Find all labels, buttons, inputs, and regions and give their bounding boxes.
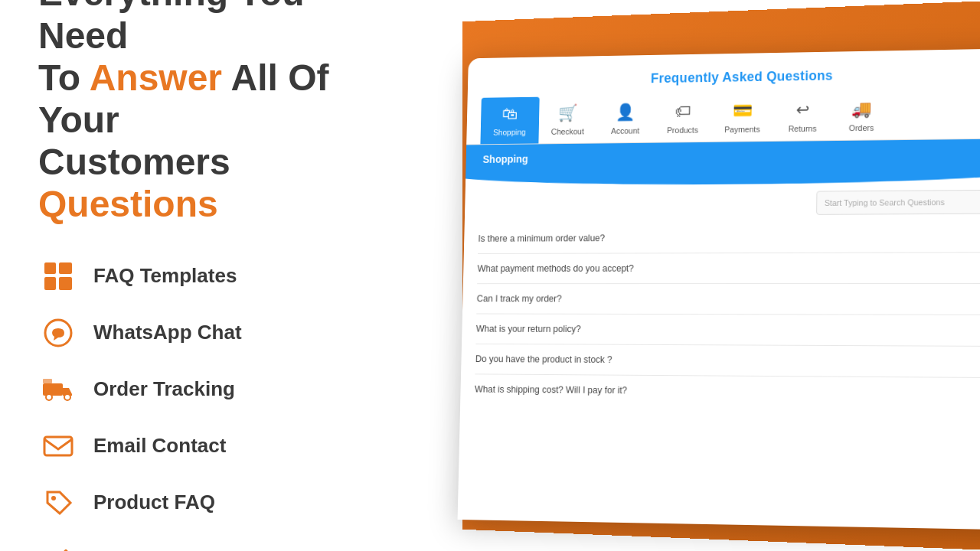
feature-label-order-tracking: Order Tracking bbox=[93, 377, 235, 401]
tab-returns[interactable]: ↩ Returns bbox=[773, 93, 832, 141]
returns-tab-icon: ↩ bbox=[796, 100, 810, 119]
svg-point-7 bbox=[64, 394, 70, 400]
feature-label-email: Email Contact bbox=[93, 434, 226, 458]
tab-payments-label: Payments bbox=[724, 125, 760, 134]
account-tab-icon: 👤 bbox=[616, 103, 635, 122]
feature-faq-builder: FAQ Page Builder bbox=[38, 540, 375, 551]
feature-whatsapp-chat: WhatsApp Chat bbox=[38, 313, 375, 353]
tab-returns-label: Returns bbox=[789, 124, 817, 133]
feature-label-faq-templates: FAQ Templates bbox=[93, 264, 237, 288]
tab-shopping[interactable]: 🛍 Shopping bbox=[480, 97, 539, 145]
faq-row[interactable]: Do you have the product in stock ? bbox=[475, 344, 980, 378]
faq-row[interactable]: What is shipping cost? Will I pay for it… bbox=[475, 374, 980, 409]
payments-tab-icon: 💳 bbox=[733, 101, 753, 120]
tab-account[interactable]: 👤 Account bbox=[596, 95, 655, 142]
tab-checkout[interactable]: 🛒 Checkout bbox=[538, 96, 597, 144]
feature-label-product-faq: Product FAQ bbox=[93, 491, 215, 514]
faq-row[interactable]: Can I track my order? bbox=[476, 284, 980, 315]
left-panel: Everything You Need To Answer All Of You… bbox=[0, 0, 413, 551]
feature-order-tracking: Order Tracking bbox=[38, 370, 375, 409]
svg-rect-2 bbox=[59, 262, 72, 274]
svg-rect-1 bbox=[44, 277, 56, 290]
search-area: Start Typing to Search Questions bbox=[465, 182, 980, 224]
tab-shopping-label: Shopping bbox=[493, 128, 526, 137]
headline: Everything You Need To Answer All Of You… bbox=[38, 0, 375, 226]
tab-products[interactable]: 🏷 Products bbox=[654, 94, 712, 142]
headline-line3: Customers Questions bbox=[38, 142, 230, 224]
search-placeholder: Start Typing to Search Questions bbox=[825, 197, 945, 207]
faq-row[interactable]: What is your return policy? bbox=[475, 314, 980, 347]
tab-orders[interactable]: 🚚 Orders bbox=[831, 92, 891, 140]
faq-app-window: Frequently Asked Questions 🛍 Shopping 🛒 … bbox=[458, 48, 980, 530]
shopping-tab-icon: 🛍 bbox=[502, 105, 518, 124]
faq-questions-list: Is there a minimum order value? What pay… bbox=[460, 221, 980, 409]
faq-row[interactable]: What payment methods do you accept? bbox=[477, 253, 980, 284]
features-list: FAQ Templates WhatsApp Chat bbox=[38, 256, 375, 551]
orders-tab-icon: 🚚 bbox=[851, 99, 871, 119]
headline-line1: Everything You Need bbox=[38, 0, 305, 56]
tab-orders-label: Orders bbox=[849, 123, 874, 132]
feature-label-faq-builder: FAQ Page Builder bbox=[93, 547, 262, 551]
faq-row[interactable]: Is there a minimum order value? bbox=[478, 221, 980, 254]
svg-rect-9 bbox=[44, 437, 72, 455]
svg-rect-8 bbox=[43, 379, 52, 383]
chat-icon bbox=[38, 313, 78, 353]
tab-payments[interactable]: 💳 Payments bbox=[711, 93, 773, 142]
search-input[interactable]: Start Typing to Search Questions bbox=[816, 190, 980, 215]
products-tab-icon: 🏷 bbox=[675, 102, 691, 121]
checkout-tab-icon: 🛒 bbox=[558, 103, 577, 122]
right-panel: Frequently Asked Questions 🛍 Shopping 🛒 … bbox=[413, 0, 980, 551]
tag-icon bbox=[38, 483, 78, 523]
headline-line2: To Answer All Of Your bbox=[38, 57, 329, 140]
svg-rect-0 bbox=[44, 262, 56, 274]
tab-products-label: Products bbox=[667, 126, 698, 135]
tab-checkout-label: Checkout bbox=[551, 127, 584, 136]
tab-account-label: Account bbox=[611, 126, 639, 135]
svg-point-10 bbox=[51, 496, 56, 500]
svg-rect-5 bbox=[43, 383, 63, 396]
feature-faq-templates: FAQ Templates bbox=[38, 256, 375, 296]
email-icon bbox=[38, 426, 78, 466]
pencil-icon bbox=[38, 540, 78, 551]
tab-bar[interactable]: 🛍 Shopping 🛒 Checkout 👤 Account 🏷 Produc… bbox=[466, 90, 980, 145]
layout-icon bbox=[38, 256, 78, 296]
svg-point-6 bbox=[46, 394, 52, 400]
active-section-label: Shopping bbox=[482, 153, 528, 165]
feature-label-whatsapp: WhatsApp Chat bbox=[93, 321, 242, 344]
feature-email-contact: Email Contact bbox=[38, 426, 375, 466]
feature-product-faq: Product FAQ bbox=[38, 483, 375, 523]
svg-rect-3 bbox=[59, 277, 72, 290]
truck-icon bbox=[38, 370, 78, 409]
